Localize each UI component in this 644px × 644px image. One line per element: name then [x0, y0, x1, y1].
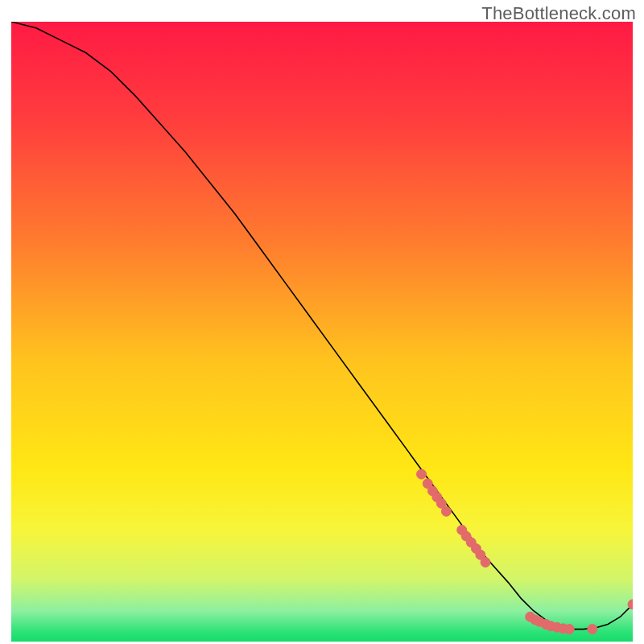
gradient-background — [11, 22, 633, 642]
data-point — [588, 625, 597, 634]
data-point — [628, 600, 634, 609]
data-point — [564, 625, 574, 634]
chart-container: TheBottleneck.com — [0, 0, 644, 644]
chart-plot — [10, 21, 634, 642]
data-point — [441, 506, 451, 516]
watermark-text: TheBottleneck.com — [481, 3, 636, 24]
data-point — [417, 469, 427, 479]
data-point — [481, 557, 490, 567]
